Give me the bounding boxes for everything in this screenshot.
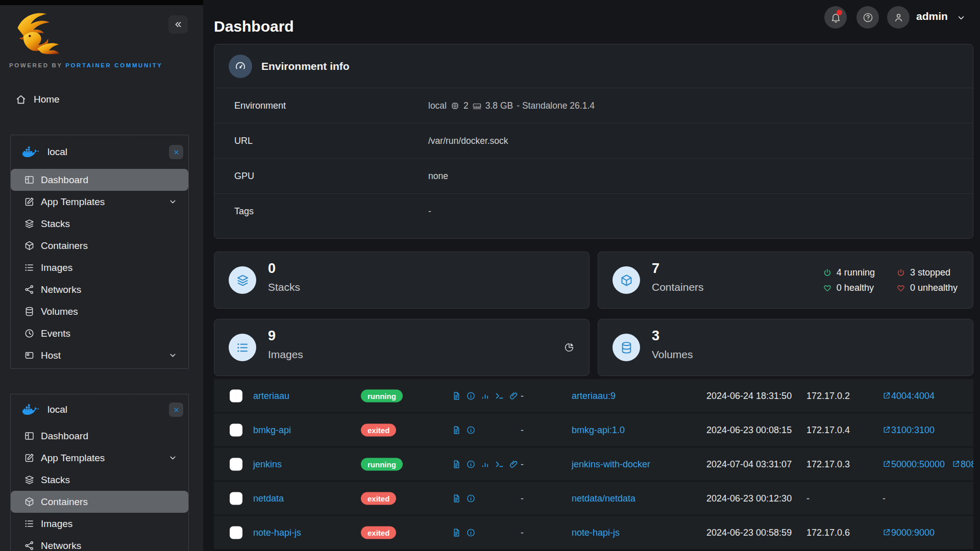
stack-cell: - [521,493,524,504]
table-row: note-hapi-js exited - note-hapi-js 2024-… [214,516,973,549]
port-link[interactable]: 4004:4004 [883,390,935,401]
edit-icon [24,196,35,207]
inspect-icon[interactable] [466,391,476,400]
image-link[interactable]: netdata/netdata [572,493,635,504]
port-link[interactable]: 9000:9000 [883,527,935,538]
sidebar-collapse-button[interactable] [168,15,188,34]
environment-name: local [47,404,161,415]
row-checkbox[interactable] [230,526,242,539]
user-avatar-button[interactable] [887,6,910,29]
port-link[interactable]: 50000:50000 [883,459,945,469]
chevron-down-icon [167,454,178,462]
image-link[interactable]: note-hapi-js [572,527,620,538]
row-checkbox[interactable] [230,423,242,436]
stack-cell: - [521,459,524,469]
console-icon[interactable] [495,459,504,469]
community-link[interactable]: PORTAINER COMMUNITY [65,62,162,68]
sidebar-item-networks[interactable]: Networks [11,535,188,551]
console-icon[interactable] [495,391,504,400]
sidebar-item-app-templates[interactable]: App Templates [11,447,188,469]
images-card[interactable]: 9 Images [214,319,590,376]
sidebar-item-dashboard[interactable]: Dashboard [11,425,188,447]
sidebar-item-stacks[interactable]: Stacks [11,469,188,491]
sidebar-item-containers[interactable]: Containers [11,235,188,257]
row-checkbox[interactable] [230,492,242,505]
stacks-card[interactable]: 0 Stacks [214,252,590,309]
sidebar-item-stacks[interactable]: Stacks [11,213,188,235]
stats-icon[interactable] [480,391,490,400]
stack-cell: - [521,390,524,401]
environment-close-button[interactable] [169,145,183,159]
sidebar-item-app-templates[interactable]: App Templates [11,191,188,213]
edit-icon [24,453,35,463]
image-link[interactable]: arteriaau:9 [572,390,616,401]
row-value: none [428,171,448,182]
volumes-card[interactable]: 3 Volumes [598,319,973,376]
sidebar-item-host[interactable]: Host [11,344,188,366]
external-link-icon [883,426,891,434]
sidebar-item-containers[interactable]: Containers [11,491,188,513]
attach-icon[interactable] [509,459,519,469]
sidebar-item-volumes[interactable]: Volumes [11,300,188,322]
docker-whale-icon [22,403,39,417]
logs-icon[interactable] [452,425,461,435]
host-icon [24,350,35,361]
container-name-link[interactable]: bmkg-api [253,424,291,435]
volumes-count: 3 [652,328,659,344]
images-count: 9 [268,328,276,344]
row-checkbox[interactable] [230,458,242,470]
status-badge: exited [361,423,396,436]
cube-icon [24,240,35,251]
sidebar-item-images[interactable]: Images [11,257,188,279]
row-label: Tags [234,206,428,217]
containers-card[interactable]: 7 Containers 4 running 3 stopped 0 healt… [598,252,973,309]
environment-header[interactable]: local [11,394,188,425]
container-name-link[interactable]: note-hapi-js [253,527,301,538]
notification-dot [837,10,842,15]
row-value: - [428,206,431,217]
attach-icon[interactable] [509,391,519,400]
user-menu[interactable]: admin [916,10,948,22]
chevron-down-icon[interactable] [957,13,966,22]
image-link[interactable]: bmkg-api:1.0 [572,424,625,435]
logs-icon[interactable] [452,391,461,400]
stats-icon[interactable] [480,459,490,469]
image-link[interactable]: jenkins-with-docker [572,459,650,469]
port-link[interactable]: 3100:3100 [883,424,935,435]
environment-header[interactable]: local [11,135,188,169]
row-checkbox[interactable] [230,389,242,402]
sidebar-item-events[interactable]: Events [11,322,188,344]
page-title: Dashboard [214,18,294,35]
database-icon [612,334,640,361]
port-text: 9000:9000 [891,527,935,538]
sidebar-item-images[interactable]: Images [11,513,188,535]
port-text: 4004:4004 [891,390,935,401]
sidebar-item-home[interactable]: Home [0,88,203,111]
container-name-link[interactable]: jenkins [253,459,282,469]
row-label: GPU [234,171,428,182]
inspect-icon[interactable] [466,528,476,537]
container-name-link[interactable]: netdata [253,493,284,504]
notifications-button[interactable] [824,6,847,29]
item-label: Dashboard [41,431,88,442]
home-label: Home [34,94,60,105]
sidebar-item-networks[interactable]: Networks [11,279,188,300]
item-label: Volumes [41,306,78,317]
logs-icon[interactable] [452,528,461,537]
created-cell: 2024-07-04 03:31:07 [706,459,792,469]
external-link-icon [883,460,891,468]
help-button[interactable] [856,6,879,29]
logs-icon[interactable] [452,493,461,503]
container-name-link[interactable]: arteriaau [253,390,289,401]
inspect-icon[interactable] [466,459,476,469]
sidebar-item-dashboard[interactable]: Dashboard [11,169,188,191]
port-link[interactable]: 8080:8080 [952,459,973,469]
inspect-icon[interactable] [466,425,476,435]
list-icon [24,262,35,273]
home-icon [15,94,27,105]
item-label: Events [41,328,70,339]
inspect-icon[interactable] [466,493,476,503]
environment-close-button[interactable] [169,403,183,417]
ports-cell: 4004:4004 [883,390,935,401]
logs-icon[interactable] [452,459,461,469]
